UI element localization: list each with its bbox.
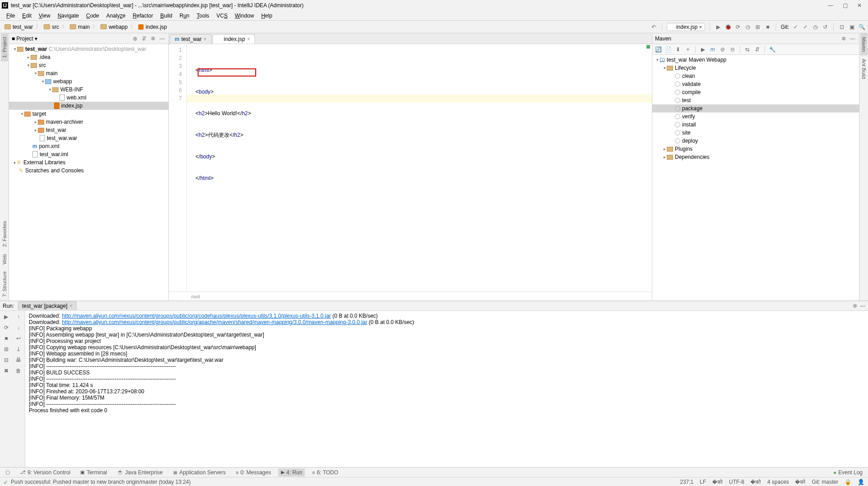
menu-file[interactable]: File (3, 12, 18, 20)
menu-run[interactable]: Run (176, 12, 193, 20)
run-button-icon[interactable]: ▶ (714, 23, 722, 31)
run-attach-icon[interactable]: ⟳ (2, 324, 10, 332)
tool-java-enterprise[interactable]: ☕ Java Enterprise (114, 468, 165, 477)
side-tab-maven[interactable]: Maven (860, 33, 868, 55)
tool-terminal[interactable]: ▣ Terminal (77, 468, 109, 477)
run-stop-icon[interactable]: ■ (2, 334, 10, 342)
softwrap-icon[interactable]: ↩ (14, 334, 23, 342)
menu-code[interactable]: Code (82, 12, 103, 20)
inspector-icon[interactable]: 👤 (858, 479, 864, 485)
run-console-output[interactable]: Downloaded: http://maven.aliyun.com/nexu… (25, 311, 868, 467)
reimport-icon[interactable]: 🔄 (654, 45, 662, 54)
tool-app-servers[interactable]: 🖥 Application Servers (170, 468, 228, 477)
maven-hide-icon[interactable]: — (849, 35, 856, 42)
run-hide-icon[interactable]: — (860, 303, 865, 309)
menu-analyze[interactable]: Analyze (103, 12, 129, 20)
tool-run[interactable]: ▶ 4: Run (278, 468, 305, 477)
editor-tab-test-war[interactable]: mtest_war× (170, 34, 212, 44)
line-sep[interactable]: LF (700, 479, 706, 485)
scroll-end-icon[interactable]: ⤓ (14, 345, 23, 353)
crumb-main[interactable]: main (68, 24, 91, 30)
toggle-skip-icon[interactable]: ⊝ (728, 45, 737, 54)
download-icon[interactable]: ⬇ (674, 45, 682, 54)
crumb-index-jsp[interactable]: index.jsp (136, 24, 168, 30)
project-tree[interactable]: ▾test_war C:\Users\Administrator\Desktop… (9, 44, 168, 301)
attach-icon[interactable]: ⊞ (754, 23, 761, 31)
collapse-all-icon[interactable]: ⇵ (753, 45, 761, 54)
add-icon[interactable]: + (684, 45, 692, 54)
code-editor[interactable]: <html> <body> <h2>Hello World!</h2> <h2>… (187, 44, 652, 292)
print-icon[interactable]: 🖶 (14, 356, 23, 364)
vcs-history-icon[interactable]: ◷ (812, 23, 819, 31)
minimize-button[interactable]: — (827, 2, 834, 9)
vcs-commit-icon[interactable]: ✓ (802, 23, 809, 31)
locate-icon[interactable]: ⊕ (131, 35, 139, 42)
menu-refactor[interactable]: Refactor (129, 12, 157, 20)
menu-window[interactable]: Window (231, 12, 258, 20)
clear-icon[interactable]: 🗑 (14, 367, 23, 375)
line-number-gutter[interactable]: 1234567 (169, 44, 187, 292)
back-nav-icon[interactable]: ↶ (650, 23, 657, 31)
menu-vcs[interactable]: VCS (213, 12, 231, 20)
lock-icon[interactable]: 🔒 (845, 479, 851, 485)
hide-icon[interactable]: — (158, 35, 166, 42)
show-deps-icon[interactable]: ⇆ (743, 45, 751, 54)
down-icon[interactable]: ↓ (14, 324, 23, 332)
push-success-icon: ↙ (4, 479, 8, 485)
encoding[interactable]: UTF-8 (729, 479, 744, 485)
up-icon[interactable]: ↑ (14, 313, 23, 321)
search-icon[interactable]: 🔍 (858, 23, 865, 31)
menu-edit[interactable]: Edit (18, 12, 35, 20)
side-tab-structure[interactable]: 7: Structure (1, 268, 8, 301)
crumb-webapp[interactable]: webapp (99, 24, 129, 30)
execute-goal-icon[interactable]: m (709, 45, 717, 54)
rerun-icon[interactable]: ▶ (2, 313, 10, 321)
run-pin-icon[interactable]: ⊟ (2, 356, 10, 364)
run-config-selector[interactable]: index.jsp▾ (667, 23, 705, 31)
side-tab-favorites[interactable]: 2: Favorites (1, 217, 8, 250)
collapse-icon[interactable]: ⇵ (140, 35, 148, 42)
structure-icon[interactable]: ⊡ (838, 23, 845, 31)
maximize-button[interactable]: ▢ (842, 2, 848, 9)
tool-event-log[interactable]: ● Event Log (831, 468, 865, 477)
toggle-offline-icon[interactable]: ⊘ (719, 45, 727, 54)
tool-todo[interactable]: ≡ 6: TODO (309, 468, 341, 477)
stop-icon[interactable]: ■ (764, 23, 771, 31)
editor-breadcrumb[interactable]: root (169, 292, 652, 301)
run-maven-icon[interactable]: ▶ (699, 45, 707, 54)
side-tab-project[interactable]: 1: Project (1, 33, 8, 61)
menu-view[interactable]: View (35, 12, 54, 20)
vcs-revert-icon[interactable]: ↺ (822, 23, 829, 31)
git-branch[interactable]: Git: master (812, 479, 838, 485)
editor-area: mtest_war× index.jsp× 1234567 <html> <bo… (169, 33, 652, 301)
side-tab-web[interactable]: Web (1, 251, 8, 268)
menu-help[interactable]: Help (258, 12, 276, 20)
indent[interactable]: 4 spaces (767, 479, 789, 485)
tool-messages[interactable]: ≡ 0: Messages (233, 468, 274, 477)
crumb-src[interactable]: src (42, 24, 61, 30)
menu-navigate[interactable]: Navigate (54, 12, 82, 20)
generate-sources-icon[interactable]: 📄 (664, 45, 672, 54)
tool-version-control[interactable]: ⎇ 9: Version Control (17, 468, 73, 477)
menu-tools[interactable]: Tools (193, 12, 213, 20)
editor-tab-index-jsp[interactable]: index.jsp× (212, 34, 255, 44)
menu-build[interactable]: Build (157, 12, 176, 20)
squares-icon[interactable]: ▣ (848, 23, 855, 31)
run-settings-icon[interactable]: ✲ (853, 303, 857, 309)
coverage-icon[interactable]: ⟳ (734, 23, 741, 31)
tool-window-list-icon[interactable]: ▢ (3, 468, 13, 476)
run-tab[interactable]: test_war [package] × (18, 302, 77, 310)
maven-settings-icon[interactable]: ✲ (840, 35, 847, 42)
settings-icon[interactable]: ✲ (149, 35, 157, 42)
crumb-project[interactable]: test_war (3, 24, 35, 30)
profile-icon[interactable]: ◷ (744, 23, 751, 31)
caret-position[interactable]: 237:1 (680, 479, 693, 485)
maven-tree[interactable]: ▾🕮test_war Maven Webapp ▾Lifecycle clean… (652, 55, 859, 301)
maven-wrench-icon[interactable]: 🔧 (768, 45, 776, 54)
vcs-update-icon[interactable]: ✓ (792, 23, 799, 31)
side-tab-ant[interactable]: Ant Build (860, 55, 868, 82)
run-layout-icon[interactable]: ⊞ (2, 345, 10, 353)
close-button[interactable]: ✕ (856, 2, 863, 9)
run-close-icon[interactable]: ✖ (2, 367, 10, 375)
debug-button-icon[interactable]: 🐞 (724, 23, 732, 31)
